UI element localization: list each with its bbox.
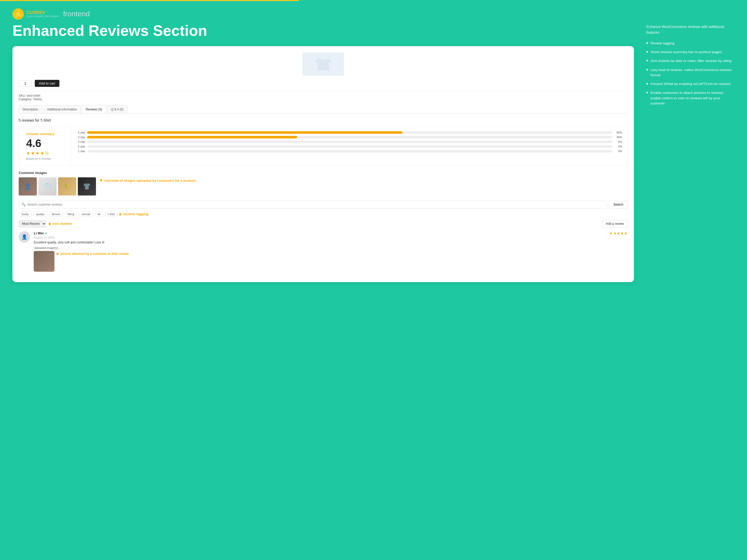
context-label: frontend [63, 10, 90, 18]
reviewer-name-row: Li Wei ✔ ★★★★★ [34, 231, 628, 235]
add-to-cart-button[interactable]: Add to cart [35, 80, 59, 87]
search-row: 🔍 Search [19, 201, 628, 209]
star-row-2: 2 star 0% [76, 145, 622, 148]
images-row: 👤 👕 🌾 👕 [19, 177, 96, 195]
verified-icon: ✔ [45, 232, 47, 235]
feature-item-2: Show reviews summary bar on product page… [646, 50, 735, 55]
features-list: Review tagging Show reviews summary bar … [646, 41, 735, 106]
right-column: Enhance WooCommerce reviews with additio… [646, 8, 735, 282]
customer-images-callout: overview of images uploaded by customers… [100, 177, 196, 183]
customer-images-title: Customer Images [19, 171, 628, 175]
tab-description[interactable]: Description [19, 105, 42, 113]
search-button[interactable]: Search [609, 201, 628, 209]
bullet-dot-5 [646, 83, 648, 84]
star-row-4: 4 star 40% [76, 136, 622, 139]
search-input[interactable] [27, 201, 604, 208]
review-stars: ★★★★★ [610, 231, 628, 235]
feature-item-4: Lazy load of reviews, native WooCommerce… [646, 68, 735, 78]
product-actions: Add to cart [19, 80, 628, 87]
feature-item-3: Sort reviews by date or votes, filter re… [646, 58, 735, 63]
tag-fitting[interactable]: fitting [65, 212, 77, 217]
pic-dot [56, 253, 59, 255]
tag-tshirt[interactable]: t-shirt [105, 212, 118, 217]
customer-image-1[interactable]: 👤 [19, 177, 37, 195]
tabs-row: Description Additional information Revie… [19, 105, 628, 113]
tags-row: lovely quality decent fitting normal ok … [19, 212, 628, 217]
star-row-3: 3 star 0% [76, 140, 622, 143]
feature-item-6: Enable customers to attach pictures to r… [646, 90, 735, 106]
right-description: Enhance WooCommerce reviews with additio… [646, 24, 735, 35]
sort-callout-text: sort reviews [52, 222, 72, 225]
tag-lovely[interactable]: lovely [19, 212, 32, 217]
review-date: August 13, 2020 [34, 236, 628, 239]
tab-qa[interactable]: Q & A (5) [107, 105, 128, 113]
pic-attached-text: picture attached by a customer to their … [61, 252, 129, 256]
search-input-wrap: 🔍 [19, 201, 607, 209]
search-icon: 🔍 [22, 203, 26, 206]
tag-decent[interactable]: decent [49, 212, 63, 217]
summary-score: 4.6 [26, 138, 41, 149]
pic-attached-callout: picture attached by a customer to their … [56, 251, 129, 256]
star-icon: ⭐ [15, 10, 22, 17]
review-item: 👤 Li Wei ✔ ★★★★★ August 13, 2020 Excelle… [19, 231, 628, 276]
product-image [303, 52, 344, 76]
bullet-dot-1 [646, 42, 648, 44]
quantity-input[interactable] [19, 80, 32, 87]
summary-based: Based on 5 reviews [26, 157, 51, 160]
tag-ok[interactable]: ok [95, 212, 103, 217]
tab-reviews[interactable]: Reviews (5) [82, 105, 106, 113]
brand-name: CUSREV [26, 10, 59, 15]
feature-item-1: Review tagging [646, 41, 735, 46]
brand-logo: ⭐ [12, 8, 24, 20]
page-title: Enhanced Reviews Section [12, 22, 634, 39]
product-card: Add to cart SKU: woo-tshirt Category: Ts… [12, 46, 634, 282]
reviews-summary: reviews summary 4.6 ★★★★½ Based on 5 rev… [19, 127, 628, 166]
reviews-count: 5 reviews for T-Shirt [19, 118, 628, 123]
review-images-row: picture attached by a customer to their … [34, 251, 628, 272]
reviewer-avatar: 👤 [19, 231, 30, 243]
feature-item-5: Prevent SPAM by enabling reCAPTCHA for r… [646, 81, 735, 87]
tag-normal[interactable]: normal [79, 212, 93, 217]
sort-row: Most Recent sort reviews Add a review [19, 220, 628, 228]
sort-dot [49, 223, 51, 225]
reviewer-name: Li Wei ✔ [34, 231, 47, 235]
star-row-1: 1 star 0% [76, 150, 622, 153]
brand-sub: CUSTOMER REVIEWS [26, 15, 59, 18]
review-text: Excellent quality, very soft and comfort… [34, 241, 628, 244]
tab-additional-info[interactable]: Additional information [43, 105, 81, 113]
review-uploaded-image[interactable] [34, 251, 54, 272]
product-image-area [19, 52, 628, 76]
tagging-dot [119, 213, 121, 215]
sort-left: Most Recent sort reviews [19, 220, 72, 228]
customer-images-section: 👤 👕 🌾 👕 overview of images uploaded by c… [19, 177, 628, 195]
sort-select[interactable]: Most Recent [19, 220, 46, 228]
uploaded-label: Uploaded image(s): [34, 246, 628, 249]
summary-stars: ★★★★½ [26, 150, 49, 156]
reviews-tagging-text: reviews tagging [123, 212, 148, 216]
customer-image-2[interactable]: 👕 [38, 177, 56, 195]
bullet-dot-2 [646, 51, 648, 53]
bullet-dot-6 [646, 92, 648, 93]
summary-right: 5 star 60% 4 star 40% 3 star 0% [71, 127, 627, 165]
review-content: Li Wei ✔ ★★★★★ August 13, 2020 Excellent… [34, 231, 628, 272]
reviews-tagging-callout: reviews tagging [119, 212, 148, 216]
customer-image-3[interactable]: 🌾 [58, 177, 76, 195]
add-review-button[interactable]: Add a review [602, 220, 628, 228]
summary-left: reviews summary 4.6 ★★★★½ Based on 5 rev… [19, 127, 71, 165]
callout-dot [100, 179, 102, 181]
tag-quality[interactable]: quality [33, 212, 47, 217]
star-row-5: 5 star 60% [76, 131, 622, 134]
product-meta: SKU: woo-tshirt Category: Tshirts [19, 91, 628, 101]
bullet-dot-4 [646, 69, 648, 71]
bullet-dot-3 [646, 60, 648, 61]
summary-tag: reviews summary [26, 132, 54, 136]
sort-callout: sort reviews [49, 222, 72, 225]
customer-image-4[interactable]: 👕 [78, 177, 96, 195]
